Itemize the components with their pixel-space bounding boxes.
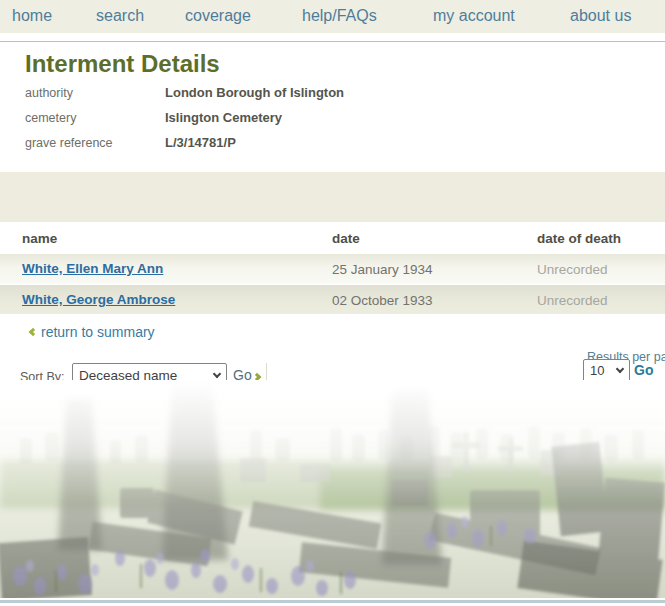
nav-link-my-account[interactable]: my account — [433, 7, 515, 25]
nav-link-coverage[interactable]: coverage — [185, 7, 251, 25]
column-header-date-of-death: date of death — [537, 231, 621, 246]
sort-toolbar: Sort By: Deceased name Go Results per pa… — [0, 172, 665, 222]
bottom-accent-bar — [0, 600, 665, 603]
chevron-down-icon — [616, 365, 624, 373]
nav-link-about-us[interactable]: about us — [570, 7, 631, 25]
date-of-death: Unrecorded — [537, 293, 608, 308]
interment-date: 25 January 1934 — [332, 262, 433, 277]
detail-label: authority — [25, 86, 165, 100]
return-arrow-icon — [29, 328, 37, 336]
nav-divider — [0, 41, 665, 42]
top-nav: home search coverage help/FAQs my accoun… — [0, 0, 665, 33]
detail-value: London Borough of Islington — [165, 85, 344, 100]
table-row: White, George Ambrose 02 October 1933 Un… — [0, 285, 665, 314]
detail-row-authority: authorityLondon Borough of Islington — [25, 85, 344, 100]
detail-label: grave reference — [25, 136, 165, 150]
cemetery-photo — [0, 380, 665, 598]
nav-link-home[interactable]: home — [12, 7, 52, 25]
nav-link-help-faqs[interactable]: help/FAQs — [302, 7, 377, 25]
return-to-summary-label: return to summary — [41, 324, 155, 340]
return-to-summary-link[interactable]: return to summary — [30, 324, 155, 340]
detail-value: Islington Cemetery — [165, 110, 282, 125]
deceased-name-link[interactable]: White, George Ambrose — [22, 292, 175, 307]
nav-link-search[interactable]: search — [96, 7, 144, 25]
deceased-name-link[interactable]: White, Ellen Mary Ann — [22, 261, 163, 276]
interment-date: 02 October 1933 — [332, 293, 433, 308]
page-title: Interment Details — [25, 50, 220, 78]
detail-value: L/3/14781/P — [165, 135, 236, 150]
column-header-name: name — [22, 231, 57, 246]
chevron-down-icon — [213, 370, 221, 378]
results-go-button[interactable]: Go — [634, 362, 653, 378]
detail-label: cemetery — [25, 111, 165, 125]
interment-details-page: home search coverage help/FAQs my accoun… — [0, 0, 665, 606]
column-header-date: date — [332, 231, 360, 246]
results-per-page-value: 10 — [590, 363, 604, 378]
date-of-death: Unrecorded — [537, 262, 608, 277]
table-row: White, Ellen Mary Ann 25 January 1934 Un… — [0, 254, 665, 284]
detail-row-grave-reference: grave referenceL/3/14781/P — [25, 135, 236, 150]
results-per-page-select[interactable]: 10 — [583, 359, 630, 382]
detail-row-cemetery: cemeteryIslington Cemetery — [25, 110, 282, 125]
